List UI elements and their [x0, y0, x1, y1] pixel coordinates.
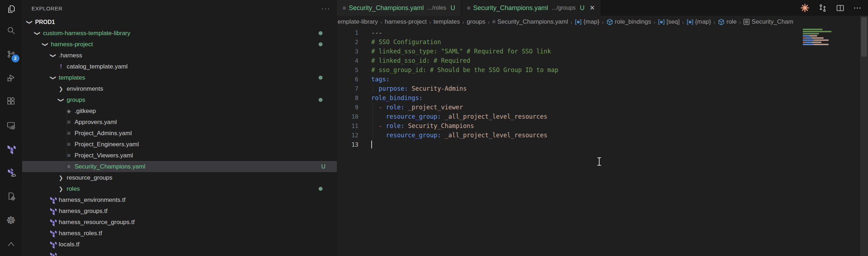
- tree-item-label: Security_Champions.yaml: [75, 163, 145, 170]
- code-line-13: 13: [337, 140, 860, 149]
- code-line-5: 5# sso_group_id: # Should be the SSO Gro…: [337, 65, 860, 75]
- breadcrumb-role[interactable]: role: [718, 18, 736, 25]
- git-file-icon: ◈: [65, 108, 73, 114]
- code-line-10: 10 resource_group: _all_project_level_re…: [337, 112, 860, 121]
- activity-bar: 2☸: [0, 0, 22, 256]
- chevron-down-icon: [49, 75, 57, 81]
- tree-item-security-champions-yaml[interactable]: ≡Security_Champions.yamlU: [22, 161, 337, 172]
- indent-guide: [373, 112, 373, 121]
- tab-bar: ≡Security_Champions.yaml.../rolesU≡Secur…: [337, 0, 868, 16]
- tree-item-catalog-template-yaml[interactable]: !catalog_template.yaml: [22, 61, 337, 72]
- tab-untracked-badge: U: [580, 4, 585, 12]
- line-number: 12: [337, 132, 358, 139]
- tree-item-environments[interactable]: environments: [22, 83, 337, 94]
- tree-item-project-engineers-yaml[interactable]: ≡Project_Engineers.yaml: [22, 139, 337, 150]
- tree-item-locals-tf[interactable]: locals.tf: [22, 239, 337, 250]
- yaml-file-icon: ≡: [65, 152, 73, 159]
- line-number: 2: [337, 39, 358, 46]
- close-icon[interactable]: ✕: [590, 4, 595, 12]
- breadcrumb-role-bindings[interactable]: role_bindings: [606, 18, 651, 25]
- tab-path-hint: .../roles: [427, 5, 446, 11]
- line-text: # sso_group_id: # Should be the SSO Grou…: [371, 66, 558, 74]
- tools-file-icon[interactable]: [0, 185, 22, 208]
- tree-item-prod1[interactable]: PROD1: [22, 16, 337, 28]
- chevron-down-icon: [25, 19, 34, 25]
- yaml-file-icon: ≡: [65, 119, 73, 125]
- kubernetes-icon[interactable]: ☸: [0, 208, 22, 232]
- explorer-icon[interactable]: [0, 0, 22, 18]
- tree-item-label: harness-project: [51, 41, 93, 48]
- tree-item-label: Project_Admins.yaml: [75, 130, 132, 137]
- sidebar-more-actions-icon[interactable]: ···: [321, 4, 330, 13]
- line-number: 5: [337, 67, 358, 74]
- tree-item-roles[interactable]: roles: [22, 183, 337, 194]
- breadcrumb-templates[interactable]: templates: [434, 18, 460, 25]
- run-debug-icon[interactable]: [0, 66, 22, 90]
- breadcrumb-seq[interactable]: [seq]: [658, 18, 680, 25]
- tree-item-harness-environments-tf[interactable]: harness_environments.tf: [22, 194, 337, 205]
- chevron-down-icon: [41, 41, 49, 48]
- terraform-cloud-icon[interactable]: [0, 161, 22, 185]
- tree-item-label: catalog_template.yaml: [67, 63, 128, 70]
- breadcrumb-separator: ›: [380, 19, 382, 25]
- tree-item-resource-groups[interactable]: resource_groups: [22, 172, 337, 183]
- tree-item-harness-resource-groups-tf[interactable]: harness_resource_groups.tf: [22, 217, 337, 228]
- tree-item-groups[interactable]: groups: [22, 94, 337, 105]
- breadcrumb-security-cham[interactable]: Security_Cham: [743, 18, 793, 25]
- sidebar-header: EXPLORER ···: [22, 0, 337, 16]
- breadcrumb-label: role_bindings: [615, 18, 651, 25]
- breadcrumb-separator: ›: [682, 19, 684, 25]
- indent-guide: [67, 161, 67, 172]
- tab-security-champions-yaml-groups[interactable]: ≡Security_Champions.yaml.../groupsU✕: [461, 0, 601, 16]
- partial-bottom-icon[interactable]: [0, 232, 22, 256]
- tree-item-label: environments: [67, 85, 103, 93]
- line-text: purpose: Security-Admins: [371, 85, 467, 92]
- tree-item-templates[interactable]: templates: [22, 72, 337, 83]
- tree-item-partial[interactable]: [22, 250, 337, 256]
- source-control-badge: 2: [11, 54, 19, 62]
- breadcrumb-security-champions-yaml[interactable]: ≡Security_Champions.yaml: [492, 18, 568, 25]
- breadcrumb-groups[interactable]: groups: [467, 18, 485, 25]
- breadcrumb-label: Security_Champions.yaml: [497, 18, 568, 25]
- search-icon[interactable]: [0, 18, 22, 42]
- sidebar-title: EXPLORER: [32, 5, 63, 11]
- breadcrumb-label: emplate-library: [338, 18, 378, 25]
- remote-explorer-icon[interactable]: [0, 113, 22, 137]
- tree-item-harness-project[interactable]: harness-project: [22, 39, 337, 50]
- editor-scrollbar[interactable]: [860, 16, 868, 256]
- code-editor[interactable]: 1---2# SSO Configuration3# linked_sso_ty…: [337, 28, 860, 256]
- tree-item-approvers-yaml[interactable]: ≡Approvers.yaml: [22, 117, 337, 128]
- breadcrumb-label: {map}: [695, 18, 711, 25]
- breadcrumb-label: templates: [434, 18, 460, 25]
- tree-item-project-admins-yaml[interactable]: ≡Project_Admins.yaml: [22, 128, 337, 139]
- tree-item-harness-roles-tf[interactable]: harness_roles.tf: [22, 228, 337, 239]
- line-text: tags:: [371, 76, 390, 83]
- line-number: 6: [337, 76, 358, 83]
- file-tree: PROD1custom-harness-template-libraryharn…: [22, 16, 337, 256]
- extensions-icon[interactable]: [0, 90, 22, 113]
- line-text: # linked_sso_id: # Required: [371, 57, 470, 64]
- scrollbar-thumb[interactable]: [861, 17, 867, 57]
- compare-changes-icon[interactable]: [818, 4, 827, 13]
- split-editor-icon[interactable]: [836, 4, 845, 13]
- minimap[interactable]: [803, 29, 839, 50]
- tree-item-custom-harness-template-library[interactable]: custom-harness-template-library: [22, 28, 337, 39]
- tab-security-champions-yaml-roles[interactable]: ≡Security_Champions.yaml.../rolesU: [337, 0, 461, 16]
- tree-item-project-viewers-yaml[interactable]: ≡Project_Viewers.yaml: [22, 150, 337, 161]
- source-control-icon[interactable]: 2: [0, 42, 22, 66]
- breadcrumb-map[interactable]: {map}: [687, 18, 711, 25]
- breadcrumb-emplate-library[interactable]: emplate-library: [338, 18, 378, 25]
- more-actions-icon[interactable]: ⋯: [853, 3, 862, 13]
- tree-item-label: .harness: [59, 52, 82, 59]
- chevron-right-icon: [57, 86, 65, 92]
- breadcrumb-map[interactable]: {map}: [575, 18, 599, 25]
- indent-guide: [67, 105, 67, 117]
- terraform-icon[interactable]: [0, 137, 22, 161]
- line-number: 4: [337, 57, 358, 64]
- tree-item-gitkeep[interactable]: ◈.gitkeep: [22, 105, 337, 117]
- tree-item-harness-groups-tf[interactable]: harness_groups.tf: [22, 205, 337, 217]
- tree-item-harness[interactable]: .harness: [22, 50, 337, 61]
- breadcrumb-harness-project[interactable]: harness-project: [385, 18, 426, 25]
- breadcrumb-label: Security_Cham: [752, 18, 793, 25]
- starburst-extension-icon[interactable]: [800, 3, 810, 13]
